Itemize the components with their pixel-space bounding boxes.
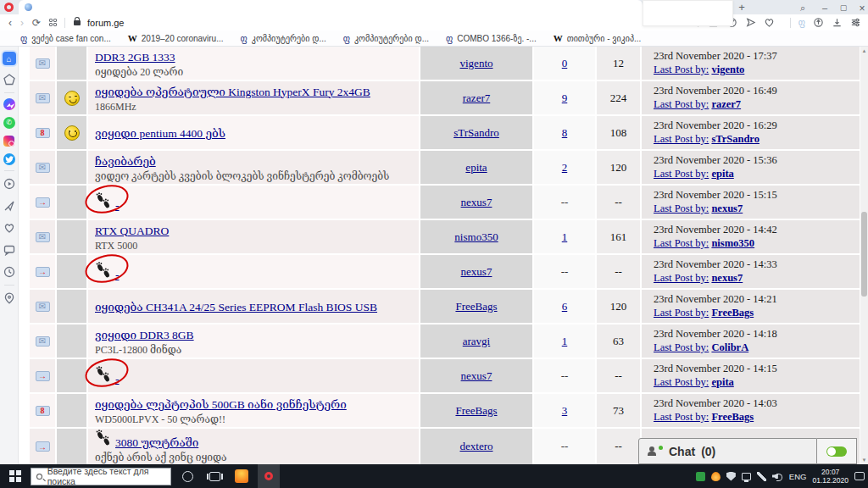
topic-title-link[interactable]: DDR3 2GB 1333 [95, 51, 175, 64]
bookmark-item[interactable]: ფვეძებ case fan con... [20, 34, 111, 43]
topic-title-link[interactable]: იყიდება CH341A 24/25 Series EEPROM Flash… [95, 301, 377, 313]
download-icon[interactable] [832, 17, 843, 28]
topic-title-link[interactable]: იყიდება ლეპტოპის 500GB იანი ვინჩესტერი [95, 398, 347, 411]
start-button[interactable] [0, 464, 31, 488]
last-post-author-link[interactable]: sTrSandro [711, 133, 760, 145]
topic-replies-link[interactable]: 0 [562, 57, 568, 70]
my-flow-send-icon[interactable] [745, 17, 756, 28]
topic-replies-link[interactable]: 3 [562, 404, 568, 418]
history-clock-icon[interactable] [2, 264, 17, 280]
tab-search-icon[interactable]: ⌕ [795, 3, 810, 14]
language-indicator[interactable]: ENG [789, 472, 807, 481]
last-post-label[interactable]: Last Post by: [654, 376, 709, 388]
facebook-messenger-icon[interactable] [3, 98, 15, 110]
instagram-icon[interactable] [3, 136, 14, 147]
opera-menu-logo-icon[interactable] [4, 3, 14, 12]
extension-forum-icon[interactable]: ფ [798, 18, 805, 27]
taskbar-search-box[interactable]: Введите здесь текст для поиска [31, 468, 171, 485]
topic-author-link[interactable]: sTrSandro [453, 126, 499, 140]
bookmark-heart-icon[interactable] [764, 17, 775, 28]
bookmark-item[interactable]: Wთითბური - ვიკიპ... [554, 33, 642, 43]
pinned-app-icon[interactable] [231, 464, 253, 488]
notification-center-icon[interactable] [854, 472, 865, 480]
topic-author-link[interactable]: nexus7 [461, 265, 492, 279]
topic-author-link[interactable]: epita [465, 161, 487, 175]
scrollbar-thumb[interactable] [861, 212, 867, 297]
speed-dial-grid-icon[interactable] [49, 19, 57, 26]
task-view-button[interactable] [203, 464, 225, 488]
topic-replies-link[interactable]: 8 [562, 126, 568, 140]
twitter-icon[interactable] [3, 153, 15, 165]
bookmark-item[interactable]: W2019–20 coronaviru... [128, 33, 224, 43]
url-text[interactable]: forum.ge [87, 18, 124, 28]
topic-author-link[interactable]: vigento [460, 57, 493, 70]
topic-title-link[interactable]: ჩავიბარებ [95, 155, 156, 168]
topic-author-link[interactable]: aravgi [463, 335, 490, 348]
topic-author-link[interactable]: razer7 [463, 92, 490, 105]
network-icon[interactable] [742, 473, 751, 480]
topic-author-link[interactable]: FreeBags [455, 300, 497, 313]
topic-replies-link[interactable]: 1 [562, 335, 568, 348]
last-post-author-link[interactable]: nexus7 [711, 272, 743, 284]
window-close-button[interactable]: × [854, 3, 868, 14]
last-post-label[interactable]: Last Post by: [654, 307, 709, 319]
scroll-up-icon[interactable]: ▲ [860, 47, 868, 55]
new-tab-button[interactable]: + [736, 2, 748, 14]
topic-replies-link[interactable]: 1 [562, 230, 568, 244]
reload-icon[interactable]: ⟳ [32, 17, 41, 29]
last-post-author-link[interactable]: nexus7 [711, 202, 743, 214]
last-post-label[interactable]: Last Post by: [654, 237, 709, 249]
topic-title-link[interactable]: RTX QUADRO [95, 225, 169, 237]
last-post-author-link[interactable]: epita [711, 168, 733, 180]
last-post-author-link[interactable]: FreeBags [711, 411, 754, 423]
topic-replies-link[interactable]: 6 [562, 300, 568, 313]
topic-replies-link[interactable]: -- [561, 265, 569, 279]
last-post-author-link[interactable]: ColibrA [711, 341, 748, 353]
window-maximize-button[interactable]: ▢ [836, 3, 851, 12]
topic-author-link[interactable]: FreeBags [455, 404, 497, 418]
page-scrollbar[interactable]: ▲ ▼ [860, 47, 868, 464]
defender-shield-icon[interactable] [726, 472, 736, 481]
browser-tab[interactable] [19, 0, 643, 14]
back-icon[interactable]: ‹ [8, 17, 12, 29]
player-icon[interactable] [2, 176, 17, 191]
last-post-author-link[interactable]: razer7 [711, 98, 741, 110]
last-post-label[interactable]: Last Post by: [654, 411, 709, 423]
forward-icon[interactable]: › [20, 17, 24, 29]
bookmark-item[interactable]: ფკომპიუტერები დ... [241, 34, 326, 43]
opera-taskbar-icon[interactable] [258, 464, 280, 488]
tray-flame-icon[interactable] [711, 472, 721, 481]
topic-replies-link[interactable]: 9 [562, 92, 568, 105]
chat-toggle-switch[interactable] [826, 446, 847, 457]
last-post-label[interactable]: Last Post by: [654, 133, 709, 145]
last-post-author-link[interactable]: vigento [711, 64, 744, 75]
clock[interactable]: 20:0701.12.2020 [812, 468, 849, 485]
topic-replies-link[interactable]: 2 [562, 161, 568, 175]
my-flow-icon[interactable] [2, 198, 17, 214]
chat-widget-bar[interactable]: Chat (0) [638, 438, 817, 464]
topic-replies-link[interactable]: -- [561, 369, 569, 383]
last-post-label[interactable]: Last Post by: [654, 341, 709, 353]
bookmark-item[interactable]: ფCOMBO 1366-ზე. -... [446, 34, 537, 43]
last-post-author-link[interactable]: nismo350 [711, 237, 754, 249]
bookmark-item[interactable]: ფკომპიუტერები დ... [343, 34, 429, 43]
topic-replies-link[interactable]: -- [561, 440, 569, 453]
topic-author-link[interactable]: nismo350 [454, 230, 498, 244]
bookmarks-pentagon-icon[interactable] [2, 72, 17, 87]
topic-title-link[interactable]: 3080 ულტრაში [115, 436, 198, 449]
cortana-button[interactable] [176, 464, 198, 488]
chat-bubble-icon[interactable] [2, 242, 17, 258]
window-minimize-button[interactable]: – [817, 3, 832, 13]
topic-author-link[interactable]: dextero [460, 440, 493, 453]
wallet-icon[interactable] [813, 17, 824, 28]
easy-setup-sliders-icon[interactable] [850, 17, 861, 28]
topic-author-link[interactable]: nexus7 [461, 196, 492, 209]
last-post-author-link[interactable]: epita [711, 376, 733, 388]
favorites-heart-icon[interactable] [2, 220, 17, 236]
topic-author-link[interactable]: nexus7 [461, 369, 492, 383]
tray-app-icon[interactable] [696, 472, 705, 481]
location-pin-icon[interactable] [2, 291, 17, 306]
last-post-label[interactable]: Last Post by: [654, 168, 709, 180]
last-post-label[interactable]: Last Post by: [654, 98, 709, 110]
last-post-label[interactable]: Last Post by: [654, 64, 709, 75]
